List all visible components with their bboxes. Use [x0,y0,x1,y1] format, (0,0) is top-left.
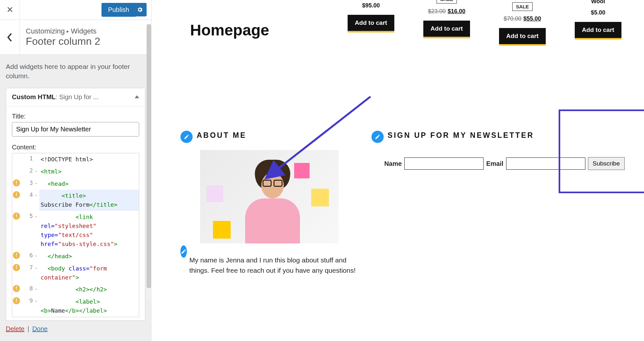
product-row: 100% Wool$95.00Add to cartSALE$23.00$16.… [338,0,631,46]
publish-button[interactable]: Publish [101,3,136,17]
line-number: 3 [22,179,33,186]
line-number: 2 [22,167,33,174]
line-number: 7 [22,264,33,271]
sale-badge: SALE [437,0,457,4]
close-customizer-button[interactable]: ✕ [0,0,20,20]
content-field-label: Content: [12,144,139,151]
widget-area-hint: Add widgets here to appear in your foote… [0,55,151,88]
product-card: – 100% WoolSALE$70.00$55.00Add to cart [489,0,555,46]
product-card: USABeanie – 100% Wool$5.00Add to cart [565,0,631,46]
sidebar-scrollbar[interactable] [147,24,151,299]
topbar-right: Publish [20,0,151,20]
customizer-topbar: ✕ Publish [0,0,151,20]
footer-widgets: ABOUT ME My name is Jenna and I run this… [174,129,631,275]
breadcrumb: Customizing▸Widgets Footer column 2 [0,20,151,55]
lint-warning-icon [13,167,20,174]
edit-widget-icon[interactable] [371,131,384,143]
customizer-sidebar: ✕ Publish Customizing▸Widgets Footer col… [0,0,151,341]
product-price: $95.00 [338,2,404,9]
annotation-highlight-box [559,109,644,193]
footer-col-newsletter: SIGN UP FOR MY NEWSLETTER Name Email Sub… [365,129,631,275]
name-label: Name [384,160,402,167]
line-number: 6 [22,252,33,259]
about-text: My name is Jenna and I run this blog abo… [189,255,359,275]
widget-type-label: Custom HTML [12,93,56,101]
product-price: $23.00$16.00 [414,8,480,15]
edit-widget-icon[interactable] [180,245,187,258]
code-line[interactable]: 2~<html> [12,166,139,178]
newsletter-heading: SIGN UP FOR MY NEWSLETTER [388,131,534,139]
code-line[interactable]: !8~ <h2></h2> [12,283,139,296]
lint-warning-icon: ! [13,285,20,292]
lint-warning-icon [13,155,20,162]
product-price: $70.00$55.00 [489,15,555,22]
code-line[interactable]: !3~ <head> [12,178,139,190]
subscribe-button[interactable]: Subscribe [588,157,625,170]
delete-widget-link[interactable]: Delete [6,325,24,332]
product-card: SALE$23.00$16.00Add to cart [414,0,480,46]
lint-warning-icon: ! [13,213,20,220]
breadcrumb-path: Customizing▸Widgets [26,27,100,35]
title-field-label: Title: [12,113,139,120]
line-number: 1 [22,155,33,162]
crumb-parent: Widgets [71,27,96,35]
lint-warning-icon: ! [13,179,20,186]
line-number: 9 [22,297,33,304]
publish-settings-gear-icon[interactable] [133,3,147,16]
product-name: USABeanie – 100% Wool [565,0,631,5]
email-input[interactable] [506,157,585,170]
code-line[interactable]: !6~ </head> [12,250,139,262]
product-price: $5.00 [565,9,631,16]
code-line[interactable]: !9~ <label> <b>Name</b></label> [12,296,139,317]
lint-warning-icon: ! [13,252,20,259]
widget-title-preview: : Sign Up for ... [56,93,99,101]
line-number: 8 [22,285,33,292]
lint-warning-icon: ! [13,297,20,304]
back-button[interactable] [0,20,20,54]
code-editor[interactable]: 1<!DOCTYPE html>2~<html>!3~ <head>!4~ <t… [12,153,139,317]
about-heading: ABOUT ME [197,131,246,139]
line-number: 5 [22,213,33,219]
footer-col-about: ABOUT ME My name is Jenna and I run this… [174,129,365,275]
sale-badge: SALE [512,2,532,11]
add-to-cart-button[interactable]: Add to cart [423,21,470,38]
add-to-cart-button[interactable]: Add to cart [499,28,545,46]
code-line[interactable]: !7~ <body class="form container"> [12,262,139,284]
about-photo [200,150,339,243]
widget-body: Title: Content: 1<!DOCTYPE html>2~<html>… [6,106,145,320]
breadcrumb-title: Footer column 2 [26,35,100,47]
line-number: 4 [22,191,33,198]
collapse-caret-icon [135,93,139,98]
add-to-cart-button[interactable]: Add to cart [575,22,621,40]
code-line[interactable]: 1<!DOCTYPE html> [12,153,139,166]
widget-title-input[interactable] [12,122,139,137]
newsletter-form: Name Email Subscribe [371,157,625,170]
widget-header[interactable]: Custom HTML : Sign Up for ... [6,88,145,106]
site-preview: Homepage 100% Wool$95.00Add to cartSALE$… [151,0,644,341]
code-line[interactable]: !4~ <title> Subscribe Form</title> [12,190,139,211]
email-label: Email [486,160,503,167]
name-input[interactable] [404,157,484,170]
lint-warning-icon: ! [13,264,20,271]
code-line[interactable]: !5~ <link rel="stylesheet" type="text/cs… [12,211,139,250]
crumb-root: Customizing [26,27,65,35]
lint-warning-icon: ! [13,191,20,198]
page-title: Homepage [190,21,269,39]
edit-widget-icon[interactable] [180,131,193,143]
widget-actions: Delete | Done [0,321,151,337]
add-to-cart-button[interactable]: Add to cart [348,15,394,33]
widget-card-custom-html: Custom HTML : Sign Up for ... Title: Con… [6,88,145,321]
product-card: 100% Wool$95.00Add to cart [338,0,404,46]
done-widget-link[interactable]: Done [32,325,48,332]
